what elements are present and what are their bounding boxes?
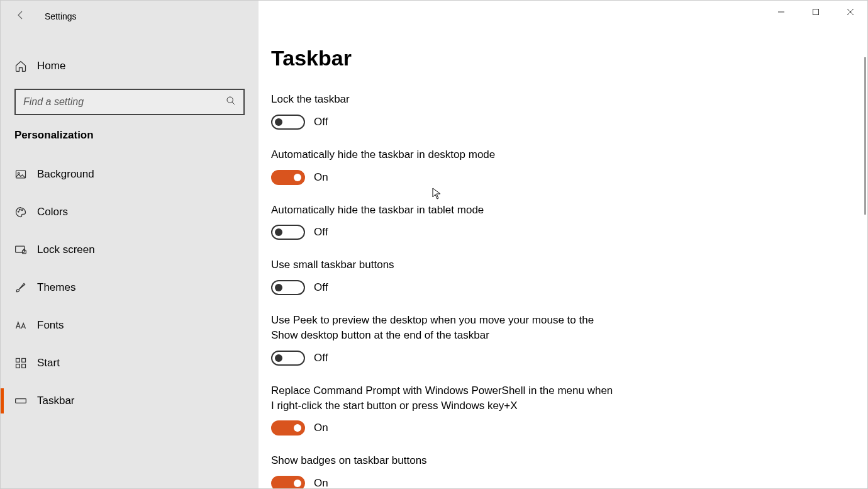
svg-rect-11: [22, 364, 26, 368]
sidebar-item-label: Start: [37, 357, 60, 369]
toggle-small-buttons[interactable]: [271, 280, 305, 295]
sidebar-item-label: Fonts: [37, 319, 64, 332]
settings-content: Taskbar Lock the taskbarOffAutomatically…: [259, 1, 867, 488]
sidebar: Settings Home Personalization: [1, 1, 259, 488]
svg-rect-8: [16, 359, 20, 363]
setting-powershell: Replace Command Prompt with Windows Powe…: [271, 383, 617, 436]
sidebar-item-label: Themes: [37, 281, 75, 294]
svg-rect-12: [16, 399, 26, 403]
lock-screen-icon: [14, 244, 37, 256]
toggle-state-label: Off: [314, 226, 328, 239]
toggle-state-label: Off: [314, 281, 328, 294]
home-icon: [14, 60, 37, 72]
sidebar-item-start[interactable]: Start: [1, 344, 259, 382]
search-input[interactable]: [23, 96, 226, 108]
svg-point-0: [227, 97, 233, 103]
search-box[interactable]: [14, 89, 245, 115]
toggle-state-label: Off: [314, 352, 328, 364]
sidebar-item-fonts[interactable]: Fonts: [1, 306, 259, 344]
sidebar-item-background[interactable]: Background: [1, 155, 259, 193]
sidebar-item-taskbar[interactable]: Taskbar: [1, 382, 259, 420]
setting-small-buttons: Use small taskbar buttonsOff: [271, 257, 617, 295]
toggle-auto-hide-tablet[interactable]: [271, 225, 305, 240]
toggle-auto-hide-desktop[interactable]: [271, 170, 305, 185]
sidebar-item-label: Colors: [37, 206, 68, 218]
setting-auto-hide-desktop: Automatically hide the taskbar in deskto…: [271, 147, 617, 185]
setting-badges: Show badges on taskbar buttonsOn: [271, 453, 617, 488]
toggle-peek-preview[interactable]: [271, 351, 305, 366]
section-header: Personalization: [1, 129, 259, 142]
toggle-state-label: On: [314, 171, 328, 184]
setting-lock-taskbar: Lock the taskbarOff: [271, 92, 617, 130]
setting-label: Automatically hide the taskbar in deskto…: [271, 147, 617, 162]
setting-peek-preview: Use Peek to preview the desktop when you…: [271, 313, 617, 366]
setting-label: Show badges on taskbar buttons: [271, 453, 617, 468]
setting-label: Replace Command Prompt with Windows Powe…: [271, 383, 617, 413]
toggle-lock-taskbar[interactable]: [271, 115, 305, 130]
app-title: Settings: [45, 11, 77, 21]
image-icon: [14, 168, 37, 181]
sidebar-item-lock-screen[interactable]: Lock screen: [1, 231, 259, 269]
sidebar-item-label: Taskbar: [37, 395, 75, 407]
svg-point-3: [18, 211, 19, 212]
setting-label: Automatically hide the taskbar in tablet…: [271, 203, 617, 218]
brush-icon: [14, 281, 37, 294]
setting-label: Use small taskbar buttons: [271, 257, 617, 273]
page-title: Taskbar: [271, 46, 617, 70]
toggle-state-label: Off: [314, 116, 328, 128]
search-icon: [226, 96, 236, 108]
sidebar-item-colors[interactable]: Colors: [1, 193, 259, 231]
sidebar-item-themes[interactable]: Themes: [1, 269, 259, 306]
fonts-icon: [14, 319, 37, 332]
svg-point-5: [21, 210, 23, 211]
toggle-badges[interactable]: [271, 476, 305, 488]
toggle-state-label: On: [314, 477, 328, 488]
setting-label: Lock the taskbar: [271, 92, 617, 107]
setting-label: Use Peek to preview the desktop when you…: [271, 313, 617, 343]
setting-auto-hide-tablet: Automatically hide the taskbar in tablet…: [271, 203, 617, 240]
sidebar-item-label: Home: [37, 60, 65, 72]
sidebar-item-home[interactable]: Home: [1, 47, 259, 85]
toggle-state-label: On: [314, 422, 328, 434]
sidebar-item-label: Background: [37, 168, 94, 181]
svg-point-4: [19, 209, 21, 210]
grid-icon: [14, 357, 37, 369]
titlebar: Settings: [1, 4, 259, 28]
main-content: Taskbar Lock the taskbarOffAutomatically…: [259, 1, 867, 488]
taskbar-icon: [14, 395, 37, 407]
back-arrow-icon[interactable]: [14, 9, 26, 24]
sidebar-item-label: Lock screen: [37, 244, 95, 256]
palette-icon: [14, 206, 37, 218]
svg-rect-9: [22, 359, 26, 363]
toggle-powershell[interactable]: [271, 420, 305, 436]
svg-rect-10: [16, 364, 20, 368]
